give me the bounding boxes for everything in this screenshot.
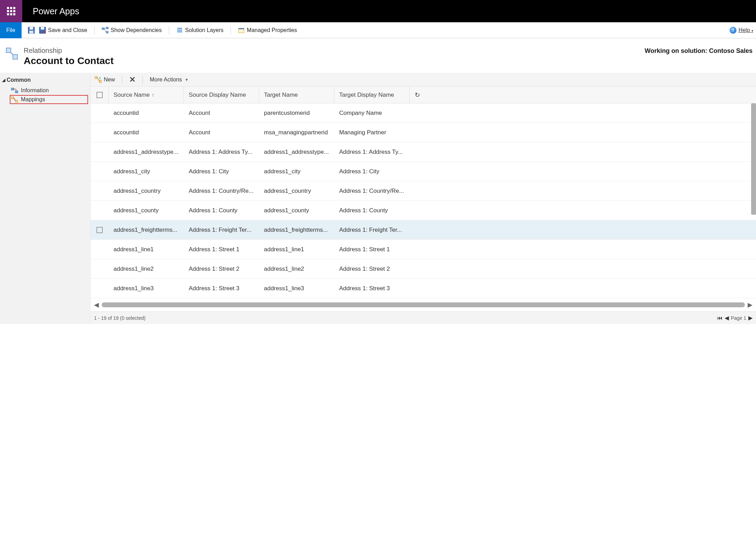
show-dependencies-button[interactable]: Show Dependencies <box>100 25 164 35</box>
sidebar-item-mappings[interactable]: Mappings <box>10 95 88 104</box>
help-icon: ? <box>730 27 736 34</box>
column-header-target-name[interactable]: Target Name <box>259 87 334 103</box>
sidebar-nav: ◢ Common Information Mappings <box>0 73 91 324</box>
scroll-left-button[interactable]: ◀ <box>94 301 99 309</box>
table-row[interactable]: address1_line3Address 1: Street 3address… <box>91 279 756 298</box>
grid-toolbar: New ✕ More Actions ▼ <box>91 73 756 87</box>
next-page-button[interactable]: ▶ <box>748 315 753 321</box>
table-row[interactable]: address1_cityAddress 1: Cityaddress1_cit… <box>91 162 756 181</box>
cell-source-display: Account <box>184 129 259 136</box>
svg-rect-21 <box>95 76 97 79</box>
cell-source-name: address1_city <box>109 168 184 175</box>
svg-rect-14 <box>13 55 17 59</box>
svg-rect-19 <box>16 100 18 103</box>
save-icon[interactable] <box>28 27 35 34</box>
column-header-source-display[interactable]: Source Display Name <box>184 87 259 103</box>
cell-target-display: Address 1: Street 1 <box>334 246 410 253</box>
cell-source-display: Address 1: Address Ty... <box>184 149 259 156</box>
refresh-icon: ↻ <box>415 91 420 99</box>
vertical-scrollbar[interactable] <box>751 103 756 215</box>
svg-rect-13 <box>6 48 11 53</box>
column-header-label: Source Display Name <box>189 92 246 98</box>
file-button[interactable]: File <box>0 22 22 38</box>
cell-source-display: Address 1: Street 2 <box>184 266 259 272</box>
ribbon-separator <box>94 26 95 34</box>
svg-rect-6 <box>106 27 108 29</box>
grid-body[interactable]: accountidAccountparentcustomeridCompany … <box>91 103 756 298</box>
ribbon-bar: File Save and Close Show Dependencies So… <box>0 22 756 38</box>
horizontal-scroll-area: ◀ ▶ <box>91 298 756 311</box>
sidebar-item-information[interactable]: Information <box>10 86 88 95</box>
column-header-label: Target Name <box>264 92 298 98</box>
svg-rect-1 <box>30 27 33 30</box>
dependencies-icon <box>102 27 109 34</box>
cell-source-name: address1_line1 <box>109 246 184 253</box>
tree-root-common[interactable]: ◢ Common <box>2 76 88 84</box>
cell-source-display: Address 1: City <box>184 168 259 175</box>
column-header-source-name[interactable]: Source Name ↑ <box>109 87 184 103</box>
breadcrumb: Relationship <box>24 47 645 55</box>
managed-properties-button[interactable]: Managed Properties <box>236 25 299 35</box>
app-title: Power Apps <box>22 6 79 16</box>
cell-source-display: Address 1: Country/Re... <box>184 188 259 195</box>
prev-page-button[interactable]: ◀ <box>725 315 729 321</box>
scroll-right-button[interactable]: ▶ <box>748 301 753 309</box>
more-actions-label: More Actions <box>150 77 182 83</box>
cell-target-name: address1_addresstype... <box>259 149 334 156</box>
delete-button[interactable]: ✕ <box>127 75 138 84</box>
content-area: New ✕ More Actions ▼ Source Name ↑ Sourc… <box>91 73 756 324</box>
svg-rect-9 <box>177 30 182 31</box>
save-close-label: Save and Close <box>48 27 87 33</box>
table-row[interactable]: address1_freightterms...Address 1: Freig… <box>91 220 756 240</box>
managed-props-label: Managed Properties <box>247 27 297 33</box>
app-launcher[interactable] <box>0 0 22 22</box>
cell-source-name: address1_country <box>109 188 184 195</box>
cell-source-display: Address 1: Freight Ter... <box>184 227 259 234</box>
horizontal-scrollbar[interactable] <box>102 302 745 307</box>
help-link[interactable]: ? Help ▾ <box>730 27 756 34</box>
table-row[interactable]: address1_line1Address 1: Street 1address… <box>91 240 756 259</box>
solution-layers-button[interactable]: Solution Layers <box>174 25 226 35</box>
column-header-label: Source Name <box>114 92 150 98</box>
cell-source-display: Address 1: County <box>184 207 259 214</box>
cell-source-name: address1_county <box>109 207 184 214</box>
properties-icon <box>238 27 245 34</box>
cell-target-name: msa_managingpartnerid <box>259 129 334 136</box>
record-count: 1 - 19 of 19 (0 selected) <box>94 315 146 321</box>
sidebar-item-label: Mappings <box>21 96 45 103</box>
ribbon-separator <box>169 26 169 34</box>
cell-source-display: Account <box>184 110 259 117</box>
table-row[interactable]: accountidAccountmsa_managingpartneridMan… <box>91 123 756 142</box>
svg-rect-7 <box>106 31 108 33</box>
svg-point-20 <box>14 99 15 100</box>
cell-target-display: Address 1: City <box>334 168 410 175</box>
tree-root-label: Common <box>7 77 31 83</box>
new-button[interactable]: New <box>93 75 117 85</box>
cell-target-name: address1_line1 <box>259 246 334 253</box>
cell-source-name: accountid <box>109 110 184 117</box>
cell-source-name: address1_line3 <box>109 285 184 292</box>
layers-icon <box>176 27 183 34</box>
refresh-button[interactable]: ↻ <box>410 91 425 99</box>
svg-rect-12 <box>239 28 244 29</box>
more-actions-button[interactable]: More Actions ▼ <box>148 75 190 84</box>
cell-target-display: Address 1: Freight Ter... <box>334 227 410 234</box>
table-row[interactable]: address1_countyAddress 1: Countyaddress1… <box>91 201 756 220</box>
select-all-checkbox[interactable] <box>91 87 109 103</box>
cell-source-name: address1_freightterms... <box>109 227 184 234</box>
first-page-button[interactable]: ⏮ <box>717 315 723 321</box>
column-header-label: Target Display Name <box>339 92 394 98</box>
save-and-close-button[interactable]: Save and Close <box>37 25 89 35</box>
table-row[interactable]: address1_line2Address 1: Street 2address… <box>91 259 756 279</box>
column-header-target-display[interactable]: Target Display Name <box>334 87 410 103</box>
cell-target-name: address1_city <box>259 168 334 175</box>
grid-header-row: Source Name ↑ Source Display Name Target… <box>91 87 756 103</box>
table-row[interactable]: address1_countryAddress 1: Country/Re...… <box>91 181 756 201</box>
toolbar-separator <box>122 76 122 84</box>
table-row[interactable]: accountidAccountparentcustomeridCompany … <box>91 103 756 123</box>
table-row[interactable]: address1_addresstype...Address 1: Addres… <box>91 142 756 162</box>
solution-layers-label: Solution Layers <box>185 27 224 33</box>
row-checkbox[interactable] <box>91 227 109 233</box>
sort-ascending-icon: ↑ <box>152 92 154 98</box>
cell-target-name: address1_line3 <box>259 285 334 292</box>
